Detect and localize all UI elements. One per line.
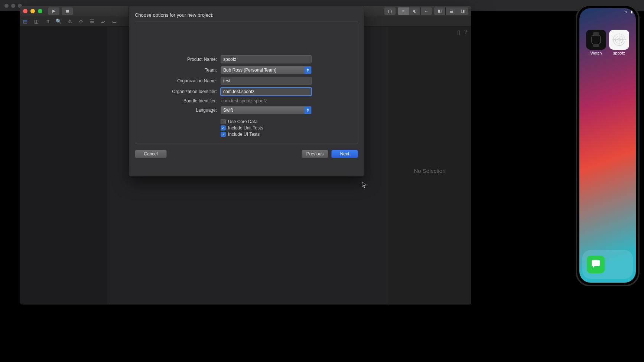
language-select[interactable]: Swift ▲▼ [221, 106, 312, 114]
unit-tests-checkbox[interactable]: ✓ [221, 125, 226, 131]
spoofz-app[interactable]: spoofz [609, 30, 629, 55]
product-name-input[interactable] [221, 55, 312, 63]
core-data-checkbox[interactable] [221, 119, 226, 124]
navigator-panel [20, 27, 107, 305]
watch-app[interactable]: Watch [586, 30, 606, 55]
close-window-button[interactable] [23, 9, 27, 13]
find-icon[interactable]: 🔍 [56, 19, 62, 24]
right-panel-toggle-icon[interactable]: ◨ [457, 7, 468, 15]
bottom-panel-toggle-icon[interactable]: ⬓ [446, 7, 457, 15]
ui-tests-checkbox[interactable]: ✓ [221, 132, 226, 137]
status-bar: ᯤ ▮ [625, 10, 633, 14]
spoofz-app-label: spoofz [613, 51, 625, 55]
svg-rect-0 [593, 32, 599, 35]
messages-app-icon[interactable] [587, 256, 605, 273]
watch-app-label: Watch [591, 51, 602, 55]
left-panel-toggle-icon[interactable]: ◧ [434, 7, 445, 15]
traffic-lights[interactable] [23, 9, 42, 13]
bundle-id-label: Bundle Identifier: [143, 98, 221, 103]
wifi-icon: ᯤ [625, 10, 629, 14]
braces-icon[interactable]: { } [384, 7, 396, 15]
ios-home-screen: ᯤ ▮ Watch spoofz [579, 8, 636, 283]
product-name-label: Product Name: [143, 57, 221, 62]
svg-rect-2 [593, 44, 599, 47]
org-name-label: Organization Name: [143, 78, 221, 83]
language-select-value: Swift [223, 108, 233, 113]
xcode-window: ▶ ◼ { } ≡ ◐ ↔ ◧ ⬓ ◨ ▤ ◫ ⌗ 🔍 ⚠ ◇ ☰ ▱ ▭ ⊞ … [20, 6, 471, 305]
ios-dock [582, 250, 633, 279]
watch-app-icon [586, 30, 606, 50]
ios-device-frame: ᯤ ▮ Watch spoofz [576, 4, 640, 286]
chevron-updown-icon: ▲▼ [305, 66, 311, 74]
panel-toggle-group[interactable]: ◧ ⬓ ◨ [434, 7, 468, 15]
folder-icon[interactable]: ▤ [22, 19, 28, 24]
team-select-value: Bob Ross (Personal Team) [223, 68, 276, 73]
zoom-window-button[interactable] [38, 9, 42, 13]
team-select[interactable]: Bob Ross (Personal Team) ▲▼ [221, 66, 312, 74]
report-icon[interactable]: ▭ [111, 19, 117, 24]
no-selection-label: No Selection [414, 37, 445, 305]
standard-editor-icon[interactable]: ≡ [398, 7, 409, 15]
source-control-icon[interactable]: ◫ [33, 19, 39, 24]
org-name-input[interactable] [221, 77, 312, 85]
svg-rect-1 [592, 35, 601, 44]
run-button[interactable]: ▶ [48, 7, 59, 15]
file-inspector-icon[interactable]: ▯ [457, 29, 461, 35]
version-editor-icon[interactable]: ↔ [421, 7, 432, 15]
test-icon[interactable]: ◇ [78, 19, 84, 24]
help-inspector-icon[interactable]: ? [464, 29, 468, 35]
cancel-button[interactable]: Cancel [135, 150, 167, 158]
unit-tests-label: Include Unit Tests [228, 125, 263, 131]
inspector-panel: ▯ ? No Selection [388, 27, 471, 305]
symbol-icon[interactable]: ⌗ [45, 19, 51, 24]
editor-mode-group[interactable]: { } [384, 7, 396, 15]
team-label: Team: [143, 68, 221, 73]
assistant-group[interactable]: ≡ ◐ ↔ [398, 7, 432, 15]
sheet-title: Choose options for your new project: [135, 12, 358, 18]
next-button[interactable]: Next [331, 150, 358, 158]
bundle-id-value: com.test.spoofz.spoofz [221, 98, 267, 103]
assistant-editor-icon[interactable]: ◐ [409, 7, 420, 15]
language-label: Language: [143, 108, 221, 113]
previous-button[interactable]: Previous [302, 150, 328, 158]
minimize-window-button[interactable] [30, 9, 35, 13]
breakpoint-icon[interactable]: ▱ [100, 19, 106, 24]
new-project-options-sheet: Choose options for your new project: Pro… [129, 6, 364, 177]
org-id-input[interactable] [221, 88, 312, 96]
core-data-label: Use Core Data [228, 119, 257, 124]
issue-icon[interactable]: ⚠ [67, 19, 73, 24]
org-id-label: Organization Identifier: [143, 89, 221, 94]
stop-button[interactable]: ◼ [62, 7, 73, 15]
spoofz-app-icon [609, 30, 629, 50]
battery-icon: ▮ [631, 10, 633, 14]
sheet-form: Product Name: Team: Bob Ross (Personal T… [135, 22, 358, 144]
debug-icon[interactable]: ☰ [89, 19, 95, 24]
chevron-updown-icon: ▲▼ [305, 106, 311, 114]
ui-tests-label: Include UI Tests [228, 132, 260, 137]
